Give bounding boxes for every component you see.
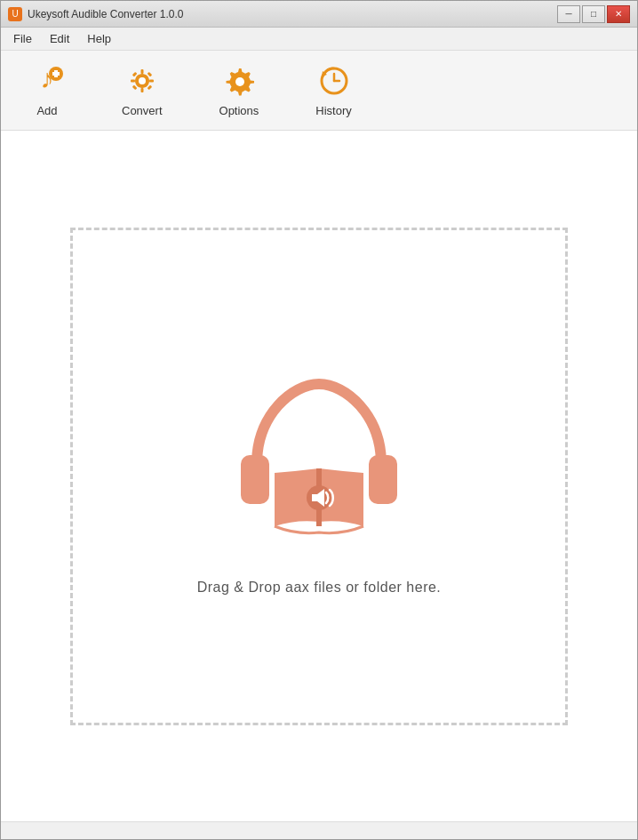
- svg-point-13: [235, 77, 244, 86]
- options-icon: [221, 63, 257, 99]
- menu-edit[interactable]: Edit: [41, 29, 78, 48]
- menu-help[interactable]: Help: [78, 29, 120, 48]
- close-button[interactable]: ✕: [607, 5, 630, 23]
- svg-rect-7: [131, 80, 135, 83]
- window-title: Ukeysoft Audible Converter 1.0.0: [28, 8, 183, 20]
- svg-rect-17: [369, 455, 397, 504]
- title-bar-left: U Ukeysoft Audible Converter 1.0.0: [8, 7, 183, 21]
- svg-rect-9: [132, 72, 138, 77]
- window-controls: ─ □ ✕: [557, 5, 630, 23]
- minimize-button[interactable]: ─: [557, 5, 580, 23]
- maximize-button[interactable]: □: [582, 5, 605, 23]
- svg-rect-16: [241, 455, 269, 504]
- main-content: Drag & Drop aax files or folder here.: [1, 131, 637, 821]
- toolbar: ♪ Add: [1, 51, 637, 131]
- app-icon: U: [8, 7, 22, 21]
- convert-icon: [124, 63, 160, 99]
- options-label: Options: [219, 104, 259, 117]
- drop-zone-icon: [221, 357, 417, 553]
- svg-rect-5: [140, 69, 143, 74]
- drop-zone[interactable]: Drag & Drop aax files or folder here.: [70, 228, 568, 725]
- add-button[interactable]: ♪ Add: [19, 56, 76, 124]
- svg-rect-3: [52, 72, 60, 76]
- convert-label: Convert: [122, 104, 163, 117]
- svg-rect-6: [140, 88, 143, 92]
- menu-bar: File Edit Help: [1, 28, 637, 51]
- convert-button[interactable]: Convert: [111, 56, 173, 124]
- history-label: History: [315, 104, 351, 117]
- menu-file[interactable]: File: [4, 29, 41, 48]
- svg-rect-10: [147, 85, 152, 91]
- history-button[interactable]: History: [305, 56, 362, 124]
- svg-point-4: [139, 77, 146, 84]
- options-button[interactable]: Options: [209, 56, 270, 124]
- add-icon: ♪: [29, 63, 65, 99]
- history-icon: [316, 63, 352, 99]
- main-window: U Ukeysoft Audible Converter 1.0.0 ─ □ ✕…: [0, 0, 638, 840]
- svg-rect-11: [132, 85, 138, 91]
- title-bar: U Ukeysoft Audible Converter 1.0.0 ─ □ ✕: [1, 1, 637, 28]
- add-label: Add: [36, 104, 57, 117]
- status-bar: [1, 821, 637, 839]
- svg-rect-12: [147, 72, 152, 77]
- drop-zone-text: Drag & Drop aax files or folder here.: [197, 580, 442, 596]
- svg-rect-8: [149, 80, 154, 83]
